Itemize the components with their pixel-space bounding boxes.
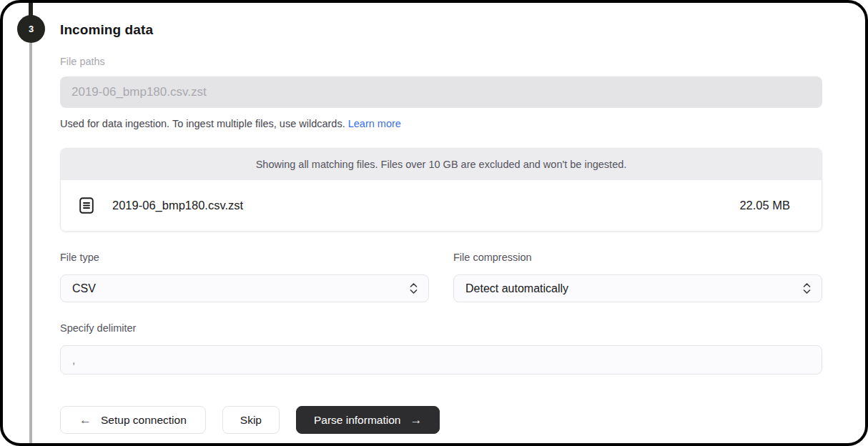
chevron-up-down-icon <box>409 282 418 294</box>
file-size: 22.05 MB <box>739 199 790 212</box>
file-compression-select[interactable]: Detect automatically <box>453 274 822 302</box>
skip-label: Skip <box>240 414 262 427</box>
file-type-select[interactable]: CSV <box>60 274 429 302</box>
file-compression-value: Detect automatically <box>465 282 568 295</box>
parse-information-button[interactable]: Parse information → <box>296 406 440 434</box>
stepper-line-bottom <box>29 43 32 443</box>
step-number: 3 <box>29 24 34 34</box>
file-compression-label: File compression <box>453 252 822 264</box>
file-type-value: CSV <box>72 282 96 295</box>
file-compression-field: File compression Detect automatically <box>453 252 822 302</box>
file-paths-input <box>60 76 822 108</box>
file-name: 2019-06_bmp180.csv.zst <box>112 199 243 212</box>
file-type-label: File type <box>60 252 429 264</box>
incoming-data-section: Incoming data File paths Used for data i… <box>3 3 865 434</box>
file-document-icon <box>79 197 94 214</box>
learn-more-link[interactable]: Learn more <box>348 118 401 129</box>
arrow-right-icon: → <box>410 413 422 427</box>
chevron-up-down-icon <box>802 282 812 294</box>
arrow-left-icon: ← <box>79 413 92 427</box>
file-paths-helper: Used for data ingestion. To ingest multi… <box>60 118 822 130</box>
file-row: 2019-06_bmp180.csv.zst 22.05 MB <box>61 180 822 231</box>
format-fields-row: File type CSV File compression Detect au… <box>60 252 822 302</box>
delimiter-input[interactable] <box>60 345 822 375</box>
matching-files-banner: Showing all matching files. Files over 1… <box>61 149 822 180</box>
file-paths-label: File paths <box>60 56 822 68</box>
matching-files-card: Showing all matching files. Files over 1… <box>60 148 822 232</box>
setup-connection-button[interactable]: ← Setup connection <box>60 406 206 434</box>
parse-information-label: Parse information <box>314 414 400 427</box>
helper-text: Used for data ingestion. To ingest multi… <box>60 118 348 129</box>
step-number-badge: 3 <box>17 15 45 43</box>
actions-bar: ← Setup connection Skip Parse informatio… <box>60 406 822 434</box>
section-title: Incoming data <box>60 21 822 39</box>
skip-button[interactable]: Skip <box>222 406 280 434</box>
file-type-field: File type CSV <box>60 252 429 302</box>
setup-connection-label: Setup connection <box>101 414 187 427</box>
wizard-panel: 3 Incoming data File paths Used for data… <box>0 0 868 446</box>
delimiter-label: Specify delimiter <box>60 322 822 334</box>
